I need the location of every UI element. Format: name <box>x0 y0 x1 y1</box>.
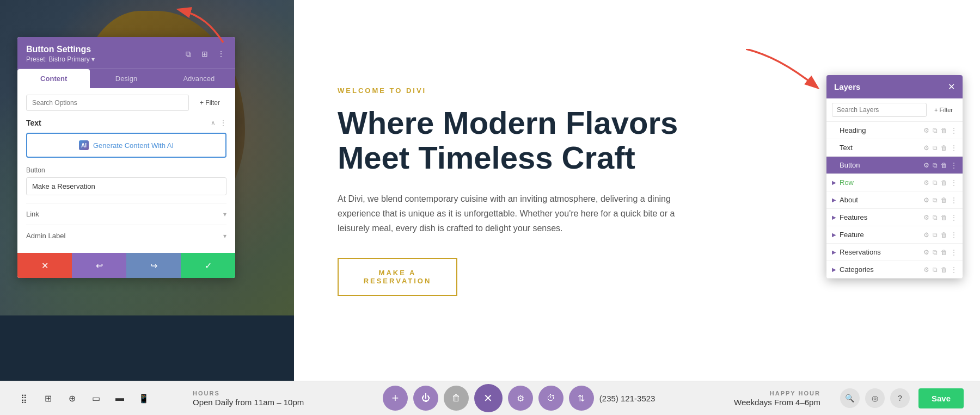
redo-button[interactable]: ↪ <box>126 253 181 278</box>
layers-filter-button[interactable]: + Filter <box>930 104 957 116</box>
layer-more-button[interactable]: ⋮ <box>951 162 957 169</box>
button-text-input[interactable] <box>26 177 226 195</box>
layer-copy-about[interactable]: ⧉ <box>933 196 938 204</box>
admin-label-section: Admin Label ▾ <box>26 225 226 246</box>
power-button[interactable]: ⏻ <box>413 386 438 411</box>
layer-trash-heading[interactable]: 🗑 <box>941 127 947 134</box>
toolbar-icons-right: 🔍 ◎ ? <box>840 388 910 408</box>
layer-item-reservations[interactable]: ▶ Reservations ⚙ ⧉ 🗑 ⋮ <box>826 244 963 261</box>
layer-trash-text[interactable]: 🗑 <box>941 144 947 152</box>
layer-more-heading[interactable]: ⋮ <box>951 127 957 134</box>
layer-copy-row[interactable]: ⧉ <box>933 179 938 187</box>
layer-more-features[interactable]: ⋮ <box>951 214 957 221</box>
main-heading: Where Modern Flavors Meet Timeless Craft <box>338 106 719 175</box>
settings-button[interactable]: ⚙ <box>508 386 533 411</box>
layer-more-categories[interactable]: ⋮ <box>951 266 957 274</box>
layer-name-heading: Heading <box>840 126 923 134</box>
layer-item-feature[interactable]: ▶ Feature ⚙ ⧉ 🗑 ⋮ <box>826 226 963 244</box>
layer-name-about: About <box>840 196 923 204</box>
layer-trash-feature[interactable]: 🗑 <box>941 231 947 239</box>
close-button[interactable]: ✕ <box>474 384 503 412</box>
layer-more-text[interactable]: ⋮ <box>951 144 957 152</box>
layer-item-heading[interactable]: ▶ Heading ⚙ ⧉ 🗑 ⋮ <box>826 122 963 139</box>
layer-more-reservations[interactable]: ⋮ <box>951 249 957 256</box>
phone-display: (235) 121-3523 <box>599 394 656 403</box>
link-header[interactable]: Link ▾ <box>26 210 226 218</box>
layer-copy-categories[interactable]: ⧉ <box>933 266 938 274</box>
search-right-icon[interactable]: 🔍 <box>840 388 860 408</box>
panel-icon-copy[interactable]: ⧉ <box>183 48 194 59</box>
cancel-button[interactable]: ✕ <box>17 253 72 278</box>
toolbar-search-icon[interactable]: ⊕ <box>64 391 79 406</box>
layers-close-button[interactable]: ✕ <box>948 82 955 92</box>
layer-expand-about[interactable]: ▶ <box>832 197 836 203</box>
layer-gear-heading[interactable]: ⚙ <box>923 127 929 134</box>
search-options-input[interactable] <box>26 95 189 111</box>
layers-search-input[interactable] <box>832 103 927 117</box>
layer-trash-reservations[interactable]: 🗑 <box>941 249 947 256</box>
layers-right-icon[interactable]: ◎ <box>865 388 885 408</box>
layer-item-features[interactable]: ▶ Features ⚙ ⧉ 🗑 ⋮ <box>826 209 963 226</box>
layer-trash-button[interactable]: 🗑 <box>941 162 947 169</box>
collapse-icon[interactable]: ∧ <box>211 119 216 127</box>
layer-gear-about[interactable]: ⚙ <box>923 196 929 204</box>
delete-button[interactable]: 🗑 <box>444 386 469 411</box>
layer-item-text[interactable]: ▶ Text ⚙ ⧉ 🗑 ⋮ <box>826 139 963 157</box>
layer-gear-row[interactable]: ⚙ <box>923 179 929 187</box>
layer-copy-feature[interactable]: ⧉ <box>933 231 938 239</box>
layer-copy-heading[interactable]: ⧉ <box>933 127 938 134</box>
admin-label-title: Admin Label <box>26 232 65 240</box>
confirm-button[interactable]: ✓ <box>181 253 235 278</box>
layer-gear-reservations[interactable]: ⚙ <box>923 249 929 256</box>
layer-item-button[interactable]: ▶ Button ⚙ ⧉ 🗑 ⋮ <box>826 157 963 174</box>
layer-copy-button[interactable]: ⧉ <box>933 162 938 169</box>
tab-content[interactable]: Content <box>17 69 90 88</box>
layer-expand-features[interactable]: ▶ <box>832 214 836 220</box>
layer-gear-text[interactable]: ⚙ <box>923 144 929 152</box>
layer-gear-categories[interactable]: ⚙ <box>923 266 929 274</box>
layer-more-about[interactable]: ⋮ <box>951 196 957 204</box>
ai-icon: AI <box>79 140 89 150</box>
layer-expand-feature[interactable]: ▶ <box>832 232 836 238</box>
panel-icon-columns[interactable]: ⊞ <box>199 48 210 59</box>
layer-copy-features[interactable]: ⧉ <box>933 214 938 221</box>
history-button[interactable]: ⏱ <box>538 386 564 411</box>
tab-design[interactable]: Design <box>90 69 162 88</box>
tab-advanced[interactable]: Advanced <box>163 69 235 88</box>
layer-gear-feature[interactable]: ⚙ <box>923 231 929 239</box>
layer-icons-row: ⚙ ⧉ 🗑 ⋮ <box>923 179 957 187</box>
layer-item-about[interactable]: ▶ About ⚙ ⧉ 🗑 ⋮ <box>826 191 963 209</box>
layer-item-categories[interactable]: ▶ Categories ⚙ ⧉ 🗑 ⋮ <box>826 261 963 278</box>
filter-button[interactable]: + Filter <box>193 95 226 110</box>
toolbar-desktop-icon[interactable]: ▭ <box>88 391 103 406</box>
ai-generate-button[interactable]: AI Generate Content With AI <box>26 133 226 158</box>
layer-trash-about[interactable]: 🗑 <box>941 196 947 204</box>
layer-copy-reservations[interactable]: ⧉ <box>933 249 938 256</box>
layer-expand-categories[interactable]: ▶ <box>832 267 836 272</box>
panel-icon-more[interactable]: ⋮ <box>216 48 226 59</box>
admin-label-header[interactable]: Admin Label ▾ <box>26 232 226 240</box>
more-icon[interactable]: ⋮ <box>220 119 226 127</box>
layer-more-feature[interactable]: ⋮ <box>951 231 957 239</box>
layer-expand-row[interactable]: ▶ <box>832 179 836 185</box>
toolbar-mobile-icon[interactable]: 📱 <box>136 391 151 406</box>
layer-trash-categories[interactable]: 🗑 <box>941 266 947 274</box>
layer-name-row: Row <box>840 178 923 187</box>
help-right-icon[interactable]: ? <box>890 388 910 408</box>
layer-trash-features[interactable]: 🗑 <box>941 214 947 221</box>
toolbar-menu-icon[interactable]: ⣿ <box>16 391 32 406</box>
toolbar-grid-icon[interactable]: ⊞ <box>40 391 56 406</box>
add-section-button[interactable]: + <box>383 386 408 411</box>
toolbar-tablet-icon[interactable]: ▬ <box>112 391 127 406</box>
layer-copy-text[interactable]: ⧉ <box>933 144 938 152</box>
layer-expand-reservations[interactable]: ▶ <box>832 249 836 255</box>
layer-trash-row[interactable]: 🗑 <box>941 179 947 187</box>
layer-item-row[interactable]: ▶ Row ⚙ ⧉ 🗑 ⋮ <box>826 174 963 191</box>
layer-gear-features[interactable]: ⚙ <box>923 214 929 221</box>
layer-gear-button[interactable]: ⚙ <box>923 162 929 169</box>
undo-button[interactable]: ↩ <box>72 253 126 278</box>
layer-more-row[interactable]: ⋮ <box>951 179 957 187</box>
make-reservation-button[interactable]: MAKE A RESERVATION <box>338 258 457 296</box>
save-button[interactable]: Save <box>918 388 964 408</box>
sort-button[interactable]: ⇅ <box>569 386 594 411</box>
